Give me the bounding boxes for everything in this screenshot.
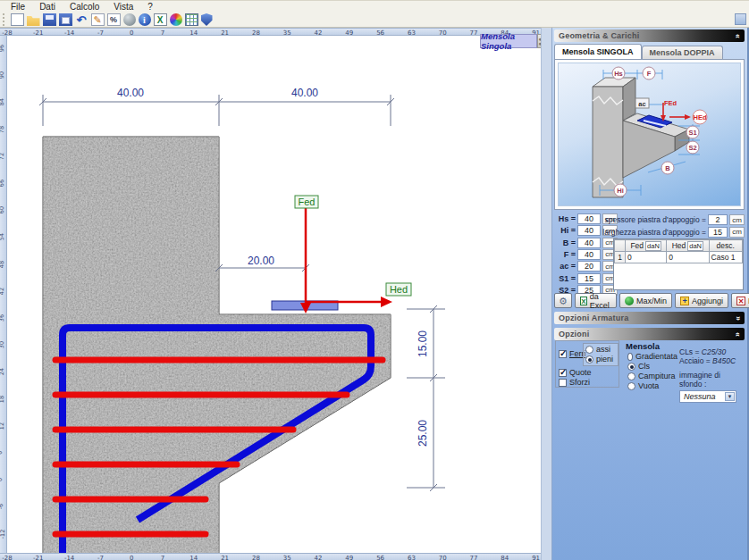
tab-mensola-doppia[interactable]: Mensola DOPPIA xyxy=(642,46,723,59)
undo-icon[interactable] xyxy=(75,13,88,26)
assi-radio[interactable] xyxy=(585,346,593,354)
ruler-label: 56 xyxy=(376,29,384,36)
load-cases-table[interactable]: FeddaN HeddaN desc. 100Caso 1 xyxy=(613,238,744,290)
display-options-box: Ferri assi pieni Quote Sforzi xyxy=(555,340,619,388)
radio-icon[interactable] xyxy=(627,353,633,361)
colors-icon[interactable] xyxy=(170,13,182,26)
excel-icon[interactable] xyxy=(154,13,167,26)
ferri-mode-group: assi pieni xyxy=(583,343,619,366)
mensola-option-vuota[interactable]: Vuota xyxy=(627,381,677,390)
world-icon[interactable] xyxy=(123,13,136,26)
param-input[interactable]: 15 xyxy=(577,273,601,284)
background-image-select[interactable]: Nessuna ▼ xyxy=(679,390,736,403)
ruler-label: 84 xyxy=(0,98,5,105)
ruler-label: 35 xyxy=(283,555,291,560)
quote-checkbox[interactable] xyxy=(559,369,567,377)
unit-chip: cm xyxy=(729,214,745,225)
panel-toggle-icon[interactable] xyxy=(735,13,746,25)
pieni-radio[interactable] xyxy=(585,355,593,364)
menu-item-dati[interactable]: Dati xyxy=(33,2,62,12)
ferri-checkbox[interactable] xyxy=(559,350,567,358)
drawing-canvas[interactable]: -28-21-14-707142128354249566370778491 -2… xyxy=(0,28,541,560)
save-as-icon[interactable] xyxy=(59,13,72,26)
section-opzioni-armatura[interactable]: Opzioni Armatura » xyxy=(554,312,745,324)
param-input[interactable]: 40 xyxy=(577,249,601,260)
panel-splitter[interactable] xyxy=(541,28,551,560)
plate-param-input[interactable]: 2 xyxy=(708,214,728,225)
menu-item-vista[interactable]: Vista xyxy=(107,2,139,12)
table-button-row: ⚙ Xda Excel Max/Min +Aggiungi ✕Elimina xyxy=(554,293,745,308)
edit-icon[interactable] xyxy=(91,13,105,26)
plate-param-row-0: spessore piastra d'appoggio =2cm xyxy=(597,214,745,225)
section-opzioni[interactable]: Opzioni » xyxy=(554,328,745,340)
ruler-label: -28 xyxy=(2,29,12,36)
ruler-label: 49 xyxy=(345,555,353,560)
menu-item-help[interactable]: ? xyxy=(141,2,159,12)
sforzi-checkbox[interactable] xyxy=(559,379,567,387)
radio-icon[interactable] xyxy=(627,372,635,380)
tab-mensola-singola[interactable]: Mensola SINGOLA xyxy=(554,44,642,59)
dropdown-arrow-icon[interactable]: ▼ xyxy=(725,392,735,401)
collapse-up-icon[interactable]: » xyxy=(734,33,742,38)
mensola-option-cls[interactable]: Cls xyxy=(627,362,677,371)
unit-chip: cm xyxy=(729,227,745,238)
toolbar-grip xyxy=(3,13,6,26)
sforzi-checkbox-row[interactable]: Sforzi xyxy=(559,378,590,387)
ferri-checkbox-row[interactable]: Ferri xyxy=(559,349,586,358)
mensola-option-gradientata[interactable]: Gradientata xyxy=(627,352,677,361)
radio-icon[interactable] xyxy=(627,363,635,371)
table-icon[interactable] xyxy=(185,13,198,26)
fed-arrow xyxy=(300,208,311,313)
radio-label: Vuota xyxy=(638,381,659,390)
ruler-label: 90 xyxy=(0,71,5,79)
new-document-icon[interactable] xyxy=(11,13,24,26)
ruler-label: 96 xyxy=(0,45,5,52)
load-cell: 0 xyxy=(626,252,667,263)
ruler-bottom: -28-21-14-707142128354249566370778491 xyxy=(0,553,541,560)
menu-item-calcolo[interactable]: Calcolo xyxy=(63,2,105,12)
ruler-label: -7 xyxy=(97,555,104,560)
param-row-2: B =40cm xyxy=(554,238,618,248)
percent-icon[interactable] xyxy=(107,13,121,26)
quote-checkbox-row[interactable]: Quote xyxy=(559,368,592,377)
assi-radio-row[interactable]: assi xyxy=(585,345,618,354)
info-icon[interactable] xyxy=(139,13,151,26)
ruler-label: 77 xyxy=(470,29,478,36)
radio-icon[interactable] xyxy=(627,382,635,390)
settings-button[interactable]: ⚙ xyxy=(554,293,572,308)
ruler-left: 96908478726660544842363024181260-6-12 xyxy=(0,36,7,553)
ruler-label: 49 xyxy=(345,29,353,36)
mensola-group-title: Mensola xyxy=(626,341,677,351)
delete-row-button[interactable]: ✕Elimina xyxy=(731,293,749,308)
param-input[interactable]: 20 xyxy=(577,261,601,272)
load-table-row[interactable]: 100Caso 1 xyxy=(615,252,743,263)
import-excel-button[interactable]: Xda Excel xyxy=(575,293,617,308)
menu-item-file[interactable]: File xyxy=(4,2,31,12)
save-icon[interactable] xyxy=(43,13,56,26)
pieni-radio-row[interactable]: pieni xyxy=(585,355,618,364)
add-row-button[interactable]: +Aggiungi xyxy=(675,293,728,308)
ruler-label: 84 xyxy=(501,555,509,560)
hed-label: Hed xyxy=(390,284,408,295)
dim-top-left: 40.00 xyxy=(117,87,144,99)
maxmin-button[interactable]: Max/Min xyxy=(619,293,672,308)
load-cell: 1 xyxy=(615,252,626,263)
ruler-label: -21 xyxy=(33,555,43,560)
collapse-up-icon[interactable]: » xyxy=(734,331,742,336)
radio-label: Gradientata xyxy=(635,352,677,361)
param-input[interactable]: 40 xyxy=(577,238,601,248)
open-folder-icon[interactable] xyxy=(27,13,40,26)
ruler-label: -21 xyxy=(33,29,43,36)
tab-strip: Mensola SINGOLA Mensola DOPPIA xyxy=(554,44,745,59)
expand-down-icon[interactable]: » xyxy=(734,315,742,320)
plate-param-input[interactable]: 15 xyxy=(708,227,728,238)
diagram-label-fed: FEd xyxy=(664,99,677,107)
mensola-option-campitura[interactable]: Campitura xyxy=(627,372,677,380)
ruler-label: -28 xyxy=(2,555,12,560)
ruler-label: 12 xyxy=(0,422,5,430)
shield-icon[interactable] xyxy=(201,13,213,26)
sforzi-label: Sforzi xyxy=(569,378,590,387)
background-image-label: immagine di sfondo : xyxy=(679,371,738,389)
add-icon: + xyxy=(680,297,689,305)
section-geometria[interactable]: Geometria & Carichi » xyxy=(554,29,745,42)
